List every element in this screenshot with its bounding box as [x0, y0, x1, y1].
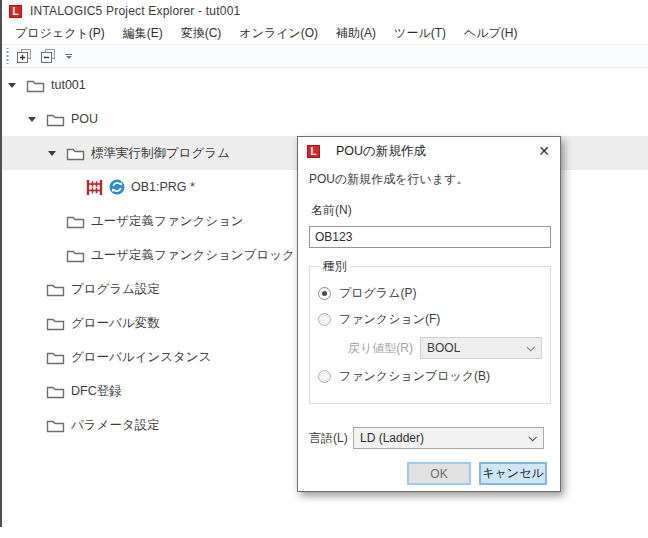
radio-function-label: ファンクション(F) [339, 311, 440, 328]
language-row: 言語(L) LD (Ladder) [309, 427, 549, 449]
collapse-all-icon [40, 48, 56, 64]
toolbar-grip[interactable] [5, 48, 10, 64]
chevron-down-icon [528, 433, 536, 441]
folder-icon [46, 418, 65, 433]
expand-arrow-icon[interactable] [48, 151, 66, 156]
radio-button-icon[interactable] [318, 370, 331, 383]
language-label: 言語(L) [309, 430, 353, 447]
name-label: 名前(N) [311, 202, 549, 219]
window-titlebar: L INTALOGIC5 Project Explorer - tut001 [2, 0, 648, 22]
type-group-label: 種別 [319, 258, 351, 275]
new-pou-dialog: L POUの新規作成 ✕ POUの新規作成を行います。 名前(N) 種別 プログ… [297, 136, 561, 492]
language-dropdown[interactable]: LD (Ladder) [353, 427, 544, 449]
language-value: LD (Ladder) [360, 431, 424, 445]
name-input[interactable] [309, 226, 551, 248]
sync-status-icon [109, 179, 125, 195]
window-title: INTALOGIC5 Project Explorer - tut001 [30, 4, 240, 18]
dialog-title: POUの新規作成 [336, 143, 528, 160]
menu-bar: プロジェクト(P) 編集(E) 変換(C) オンライン(O) 補助(A) ツール… [2, 22, 648, 45]
expand-arrow-icon[interactable] [28, 117, 46, 122]
radio-program[interactable]: プログラム(P) [318, 285, 542, 302]
return-type-label: 戻り値型(R) [318, 340, 420, 357]
radio-function[interactable]: ファンクション(F) [318, 311, 542, 328]
radio-function-block-label: ファンクションブロック(B) [339, 368, 490, 385]
folder-icon [66, 146, 85, 161]
app-logo-icon: L [9, 5, 22, 18]
menu-online[interactable]: オンライン(O) [230, 22, 327, 45]
toolbar-overflow-button[interactable] [65, 54, 72, 59]
return-type-row: 戻り値型(R) BOOL [318, 337, 542, 359]
folder-icon [66, 214, 85, 229]
radio-button-icon[interactable] [318, 313, 331, 326]
folder-icon [46, 282, 65, 297]
menu-tools[interactable]: ツール(T) [385, 22, 455, 45]
return-type-value: BOOL [427, 341, 460, 355]
folder-icon [46, 316, 65, 331]
dialog-description: POUの新規作成を行います。 [309, 171, 549, 188]
folder-icon [46, 112, 65, 127]
expand-all-button[interactable] [13, 46, 35, 66]
menu-project[interactable]: プロジェクト(P) [6, 22, 114, 45]
folder-icon [46, 384, 65, 399]
menu-edit[interactable]: 編集(E) [114, 22, 172, 45]
expand-all-icon [16, 48, 32, 64]
app-logo-icon: L [307, 145, 320, 158]
return-type-dropdown[interactable]: BOOL [420, 337, 542, 359]
menu-assist[interactable]: 補助(A) [327, 22, 385, 45]
toolbar [2, 45, 648, 68]
tree-item-pou[interactable]: POU [2, 102, 648, 136]
chevron-down-icon [526, 343, 534, 351]
tree-item-tut001[interactable]: tut001 [2, 68, 648, 102]
radio-program-label: プログラム(P) [339, 285, 416, 302]
dialog-titlebar: L POUの新規作成 ✕ [298, 137, 560, 165]
menu-help[interactable]: ヘルプ(H) [455, 22, 527, 45]
type-groupbox: 種別 プログラム(P) ファンクション(F) 戻り値型(R) BOOL ファンク… [309, 258, 551, 404]
radio-function-block[interactable]: ファンクションブロック(B) [318, 368, 542, 385]
collapse-all-button[interactable] [37, 46, 59, 66]
expand-arrow-icon[interactable] [8, 83, 26, 88]
folder-icon [66, 248, 85, 263]
chevron-down-icon [66, 56, 72, 59]
folder-icon [46, 350, 65, 365]
close-icon[interactable]: ✕ [528, 137, 560, 165]
menu-convert[interactable]: 変換(C) [172, 22, 231, 45]
ok-button[interactable]: OK [407, 462, 471, 485]
radio-button-icon[interactable] [318, 287, 331, 300]
cancel-button[interactable]: キャンセル [479, 462, 547, 485]
ladder-program-icon [86, 179, 103, 196]
folder-icon [26, 78, 45, 93]
